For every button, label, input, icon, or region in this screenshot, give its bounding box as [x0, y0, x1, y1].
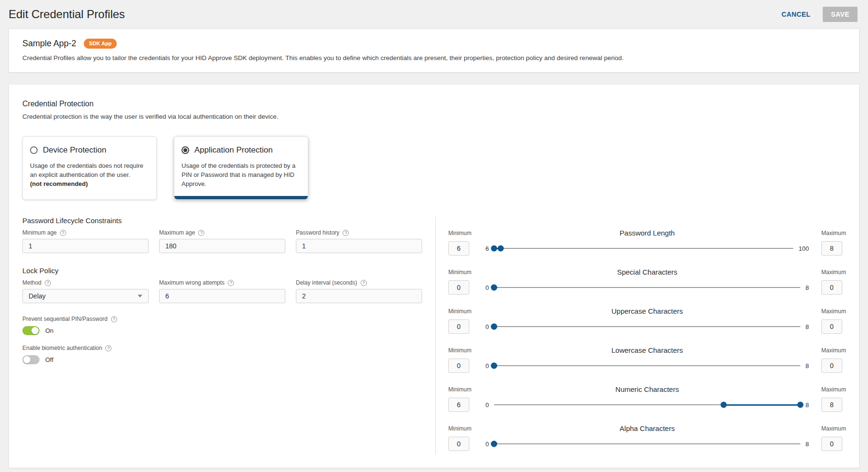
slider-row-special-characters: Minimum Special Characters Maximum 0 8	[448, 268, 846, 295]
slider-handle-max[interactable]	[491, 363, 497, 369]
help-icon[interactable]	[361, 280, 367, 286]
maximum-label: Maximum	[821, 230, 846, 236]
slider-title: Alpha Characters	[485, 424, 809, 432]
option-card-application-protection[interactable]: Application Protection Usage of the cred…	[174, 136, 308, 200]
scale-max-label: 8	[806, 401, 809, 409]
minimum-age-input[interactable]	[22, 239, 149, 253]
slider-rows: Minimum Password Length Maximum 6 100	[448, 229, 846, 451]
biometric-authentication-toggle[interactable]	[22, 355, 40, 364]
scale-min-label: 0	[485, 401, 489, 409]
minimum-input[interactable]	[448, 359, 469, 373]
scale-max-label: 8	[806, 284, 809, 291]
slider-track[interactable]	[494, 398, 800, 412]
help-icon[interactable]	[45, 280, 51, 286]
minimum-input[interactable]	[448, 280, 469, 295]
credential-protection-card: Credential Protection Credential protect…	[9, 84, 859, 468]
scale-max-label: 8	[806, 441, 809, 448]
minimum-input[interactable]	[448, 437, 469, 451]
scale-max-label: 8	[806, 362, 809, 369]
field-label-text: Prevent sequential PIN/Password	[22, 316, 108, 322]
slider-handle-max[interactable]	[491, 324, 497, 330]
cancel-button[interactable]: CANCEL	[782, 10, 811, 18]
minimum-label: Minimum	[448, 230, 473, 236]
option-card-device-protection[interactable]: Device Protection Usage of the credentia…	[22, 136, 157, 200]
method-select-value: Delay	[29, 292, 46, 300]
radio-application-protection-icon[interactable]	[182, 146, 189, 154]
protection-options: Device Protection Usage of the credentia…	[22, 136, 846, 200]
scale-max-label: 8	[806, 323, 809, 330]
maximum-input[interactable]	[821, 280, 842, 295]
slider-track[interactable]	[494, 319, 800, 334]
help-icon[interactable]	[228, 280, 234, 286]
slider-handle-max[interactable]	[497, 246, 504, 252]
option-label: Device Protection	[43, 145, 106, 155]
slider-row-uppercase-characters: Minimum Uppercase Characters Maximum 0 8	[448, 307, 846, 334]
slider-row-alpha-characters: Minimum Alpha Characters Maximum 0 8	[448, 424, 846, 451]
field-label-text: Maximum age	[159, 229, 195, 236]
maximum-input[interactable]	[821, 241, 842, 256]
maximum-label: Maximum	[821, 269, 846, 276]
radio-device-protection-icon[interactable]	[30, 146, 38, 154]
maximum-wrong-attempts-input[interactable]	[159, 289, 285, 303]
help-icon[interactable]	[343, 230, 349, 236]
slider-handle-max[interactable]	[491, 441, 497, 447]
password-history-input[interactable]	[296, 239, 422, 253]
toggle-knob	[23, 356, 30, 363]
slider-handle-min[interactable]	[491, 246, 497, 252]
lock-policy-heading: Lock Policy	[22, 267, 422, 275]
maximum-input[interactable]	[821, 319, 842, 334]
field-password-history: Password history	[296, 229, 422, 253]
page-title: Edit Credential Profiles	[9, 8, 125, 21]
option-description: Usage of the credentials does not requir…	[30, 162, 149, 189]
help-icon[interactable]	[111, 316, 117, 322]
toggle-knob	[31, 327, 39, 334]
minimum-input[interactable]	[448, 398, 469, 412]
help-icon[interactable]	[198, 230, 204, 236]
credential-protection-title: Credential Protection	[22, 100, 846, 108]
maximum-label: Maximum	[821, 386, 846, 393]
chevron-down-icon	[138, 295, 142, 298]
method-select[interactable]: Delay	[22, 289, 149, 303]
slider-handle-max[interactable]	[491, 285, 497, 291]
scale-min-label: 0	[485, 284, 489, 291]
option-description: Usage of the credentials is protected by…	[182, 162, 301, 189]
maximum-label: Maximum	[821, 308, 846, 315]
slider-track[interactable]	[494, 280, 800, 295]
save-button[interactable]: SAVE	[823, 7, 858, 22]
minimum-label: Minimum	[448, 308, 473, 315]
maximum-label: Maximum	[821, 425, 846, 432]
slider-fill	[724, 404, 800, 406]
field-label-text: Delay interval (seconds)	[296, 279, 357, 286]
maximum-input[interactable]	[821, 398, 842, 412]
prevent-sequential-toggle[interactable]	[22, 326, 40, 335]
credential-protection-description: Credential protection is the way the use…	[22, 113, 846, 120]
sdk-app-badge: SDK App	[84, 39, 117, 48]
help-icon[interactable]	[105, 345, 111, 351]
delay-interval-input[interactable]	[296, 289, 422, 303]
slider-track[interactable]	[494, 359, 800, 373]
slider-title: Uppercase Characters	[485, 307, 809, 315]
slider-track[interactable]	[494, 241, 793, 256]
minimum-input[interactable]	[448, 241, 469, 256]
prevent-sequential-field: Prevent sequential PIN/Password On	[22, 316, 422, 335]
field-label-text: Maximum wrong attempts	[159, 279, 224, 286]
minimum-input[interactable]	[448, 319, 469, 334]
slider-track[interactable]	[494, 437, 800, 451]
maximum-input[interactable]	[821, 437, 842, 451]
slider-handle-max[interactable]	[797, 402, 803, 408]
option-description-text: Usage of the credentials does not requir…	[30, 162, 143, 178]
maximum-input[interactable]	[821, 359, 842, 373]
help-icon[interactable]	[60, 230, 66, 236]
slider-title: Password Length	[485, 229, 809, 237]
scale-max-label: 100	[798, 245, 809, 252]
option-title-row: Device Protection	[30, 145, 149, 155]
field-maximum-wrong-attempts: Maximum wrong attempts	[159, 279, 285, 303]
slider-title: Lowercase Characters	[485, 346, 809, 354]
option-label: Application Protection	[194, 145, 273, 155]
option-title-row: Application Protection	[182, 145, 301, 155]
maximum-age-input[interactable]	[159, 239, 285, 253]
slider-row-lowercase-characters: Minimum Lowercase Characters Maximum 0 8	[448, 346, 846, 373]
lock-policy-fields: Method Delay Maximum wrong attempts	[22, 279, 422, 303]
slider-handle-min[interactable]	[721, 402, 727, 408]
field-minimum-age: Minimum age	[22, 229, 149, 253]
